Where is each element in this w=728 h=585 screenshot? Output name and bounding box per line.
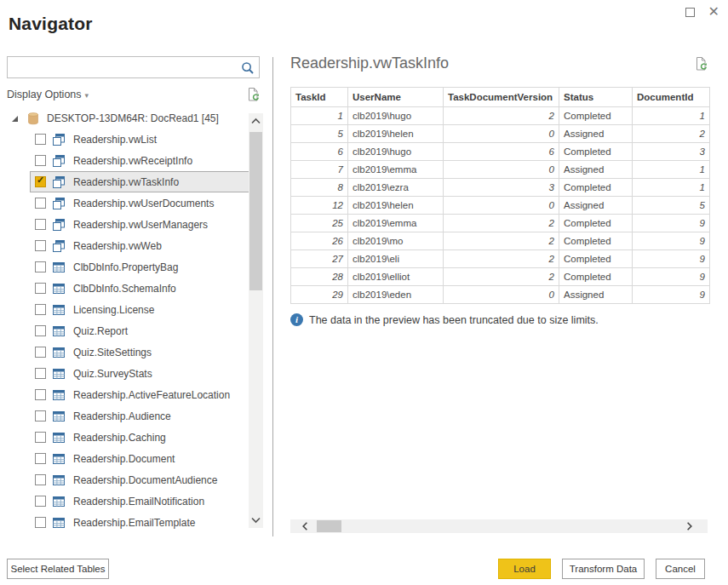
checkbox[interactable] xyxy=(35,410,46,422)
table-row: 28clb2019\elliot2Completed9 xyxy=(291,268,710,286)
cancel-button[interactable]: Cancel xyxy=(656,559,705,579)
table-row: 6clb2019\hugo6Completed3 xyxy=(291,143,710,161)
transform-data-button[interactable]: Transform Data xyxy=(562,559,645,579)
checkbox[interactable] xyxy=(35,283,46,294)
display-options-dropdown[interactable]: Display Options▾ xyxy=(7,89,89,100)
table-row: 26clb2019\mo2Completed9 xyxy=(291,232,710,250)
preview-table: TaskId UserName TaskDocumentVersion Stat… xyxy=(290,87,710,304)
refresh-preview-icon[interactable] xyxy=(692,54,709,73)
tree-item-quiz-report[interactable]: Quiz.Report xyxy=(30,320,253,341)
tree-item-label: Readership.DocumentAudience xyxy=(73,474,217,486)
check-icon: ✓ xyxy=(37,175,44,186)
tree-item-label: Readership.vwUserDocuments xyxy=(73,198,214,209)
cell: Assigned xyxy=(559,197,633,215)
tree-item-document[interactable]: Readership.Document xyxy=(30,448,253,469)
cell: 2 xyxy=(444,232,559,250)
checkbox[interactable] xyxy=(35,347,46,358)
tree-root-label: DESKTOP-13DM64R: DocRead1 [45] xyxy=(47,112,219,124)
search-icon xyxy=(241,61,255,75)
tree-vertical-scrollbar[interactable] xyxy=(249,113,263,528)
search-box[interactable] xyxy=(7,56,260,78)
checkbox[interactable] xyxy=(35,496,46,507)
table-row: 25clb2019\emma2Completed9 xyxy=(291,215,710,232)
tree-item-vwweb[interactable]: Readership.vwWeb xyxy=(30,235,253,256)
checkbox[interactable] xyxy=(35,325,46,336)
scroll-left-icon[interactable] xyxy=(299,520,312,532)
checkbox[interactable] xyxy=(35,517,46,528)
tree-item-activefeaturelocation[interactable]: Readership.ActiveFeatureLocation xyxy=(30,384,253,405)
tree-item-vwtaskinfo-selected[interactable]: ✓ Readership.vwTaskInfo xyxy=(30,171,253,192)
cell: clb2019\mo xyxy=(348,232,444,250)
tree-item-emailtemplate[interactable]: Readership.EmailTemplate xyxy=(30,512,253,533)
tree-item-label: Readership.Document xyxy=(73,453,175,465)
cell: 26 xyxy=(291,232,348,250)
preview-horizontal-scrollbar[interactable] xyxy=(290,519,708,533)
tree-item-vwlist[interactable]: Readership.vwList xyxy=(30,129,253,150)
table-icon xyxy=(52,367,66,381)
scroll-down-icon[interactable] xyxy=(249,513,262,526)
tree-item-license[interactable]: Licensing.License xyxy=(30,299,253,320)
vertical-scroll-thumb[interactable] xyxy=(249,132,262,290)
checkbox[interactable] xyxy=(35,368,46,379)
checkbox[interactable] xyxy=(35,432,46,443)
checkbox[interactable] xyxy=(35,198,46,209)
tree-item-caching[interactable]: Readership.Caching xyxy=(30,427,253,448)
tree-item-label: Readership.EmailTemplate xyxy=(73,517,195,529)
search-input[interactable] xyxy=(11,58,237,77)
checkbox[interactable] xyxy=(35,134,46,145)
maximize-icon[interactable] xyxy=(685,8,695,17)
table-icon xyxy=(52,346,66,359)
window-controls: ✕ xyxy=(685,6,719,18)
table-row: 5clb2019\helen0Assigned2 xyxy=(291,125,710,143)
tree-item-vwuserdocuments[interactable]: Readership.vwUserDocuments xyxy=(30,192,253,214)
table-icon xyxy=(52,303,66,317)
table-row: 1clb2019\hugo2Completed1 xyxy=(291,107,710,125)
tree-item-documentaudience[interactable]: Readership.DocumentAudience xyxy=(30,469,253,490)
cell: 0 xyxy=(444,161,559,179)
tree-item-label: Readership.vwList xyxy=(73,134,157,146)
tree-root-database[interactable]: DESKTOP-13DM64R: DocRead1 [45] xyxy=(7,108,254,129)
checkbox[interactable] xyxy=(35,261,46,272)
checkbox[interactable] xyxy=(35,155,46,166)
tree-item-vwusermanagers[interactable]: Readership.vwUserManagers xyxy=(30,214,253,235)
select-related-tables-button[interactable]: Select Related Tables xyxy=(7,559,109,579)
table-row: 27clb2019\eli2Completed9 xyxy=(291,250,710,268)
tree-item-label: Licensing.License xyxy=(73,304,154,316)
cell: Completed xyxy=(559,107,633,125)
cell: 2 xyxy=(444,250,559,268)
load-button[interactable]: Load xyxy=(498,559,551,579)
checkbox[interactable] xyxy=(35,474,46,485)
cell: 6 xyxy=(291,143,348,161)
checkbox[interactable] xyxy=(35,240,46,251)
cell: Assigned xyxy=(559,161,633,179)
checkbox-checked[interactable]: ✓ xyxy=(35,176,46,187)
cell: clb2019\eden xyxy=(348,286,444,304)
cell: 9 xyxy=(633,250,710,268)
truncation-notice: i The data in the preview has been trunc… xyxy=(290,313,709,326)
checkbox[interactable] xyxy=(35,389,46,400)
tree-item-sitesettings[interactable]: Quiz.SiteSettings xyxy=(30,341,253,363)
checkbox[interactable] xyxy=(35,453,46,464)
column-header-username: UserName xyxy=(348,88,444,107)
scroll-up-icon[interactable] xyxy=(249,115,262,128)
checkbox[interactable] xyxy=(35,304,46,315)
tree-item-propertybag[interactable]: ClbDbInfo.PropertyBag xyxy=(30,256,253,278)
chevron-down-icon: ▾ xyxy=(85,91,89,100)
table-icon xyxy=(52,282,66,295)
checkbox[interactable] xyxy=(35,219,46,230)
tree-item-audience[interactable]: Readership.Audience xyxy=(30,405,253,427)
table-row: 8clb2019\ezra3Completed1 xyxy=(291,179,710,197)
close-icon[interactable]: ✕ xyxy=(708,6,719,18)
tree-item-emailnotification[interactable]: Readership.EmailNotification xyxy=(30,490,253,512)
expand-collapse-icon[interactable] xyxy=(12,116,18,122)
tree-item-vwreceiptinfo[interactable]: Readership.vwReceiptInfo xyxy=(30,150,253,171)
refresh-preview-icon[interactable] xyxy=(244,85,261,104)
tree-item-label: Readership.vwTaskInfo xyxy=(73,176,179,188)
horizontal-scroll-thumb[interactable] xyxy=(317,520,341,532)
tree-item-surveystats[interactable]: Quiz.SurveyStats xyxy=(30,363,253,384)
tree-item-label: Readership.vwUserManagers xyxy=(73,219,208,231)
tree-item-schemainfo[interactable]: ClbDbInfo.SchemaInfo xyxy=(30,278,253,299)
cell: clb2019\eli xyxy=(348,250,444,268)
tree-item-label: Readership.ActiveFeatureLocation xyxy=(73,389,230,401)
scroll-right-icon[interactable] xyxy=(683,520,696,532)
